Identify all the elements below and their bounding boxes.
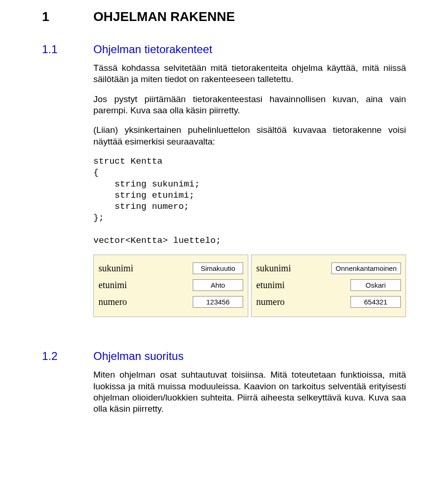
diagram-card-2: sukunimi Onnenkantamoinen etunimi Oskari… (251, 255, 406, 317)
section-1-para-3: (Liian) yksinkertainen puhelinluettelon … (93, 124, 406, 147)
field-label-numero: numero (256, 297, 303, 307)
section-2-number: 1.2 (42, 350, 93, 363)
section-1-para-1: Tässä kohdassa selvitetään mitä tietorak… (93, 62, 406, 85)
diagram: sukunimi Simakuutio etunimi Ahto numero … (93, 255, 406, 317)
field-row: sukunimi Simakuutio (98, 261, 243, 276)
field-row: numero 123456 (98, 294, 243, 309)
chapter-heading: 1 OHJELMAN RAKENNE (42, 9, 406, 24)
field-label-etunimi: etunimi (98, 280, 145, 290)
field-label-numero: numero (98, 297, 145, 307)
field-value-numero: 123456 (193, 296, 243, 308)
section-2-body: Miten ohjelman osat suhtautuvat toisiins… (93, 369, 406, 414)
field-value-numero: 654321 (350, 296, 401, 308)
code-block: struct Kentta { string sukunimi; string … (93, 156, 406, 247)
field-label-etunimi: etunimi (256, 280, 303, 290)
chapter-title: OHJELMAN RAKENNE (93, 9, 235, 24)
field-value-sukunimi: Simakuutio (193, 262, 243, 274)
chapter-number: 1 (42, 9, 93, 24)
section-1-number: 1.1 (42, 43, 93, 56)
section-1-body: Tässä kohdassa selvitetään mitä tietorak… (93, 62, 406, 317)
field-label-sukunimi: sukunimi (98, 263, 145, 274)
field-value-etunimi: Ahto (193, 279, 243, 291)
section-1-para-2: Jos pystyt piirtämään tietorakenteestasi… (93, 94, 406, 117)
field-value-etunimi: Oskari (350, 279, 401, 291)
field-row: etunimi Ahto (98, 277, 243, 292)
document-page: 1 OHJELMAN RAKENNE 1.1 Ohjelman tietorak… (0, 0, 448, 504)
field-row: sukunimi Onnenkantamoinen (256, 261, 401, 276)
section-heading-2: 1.2 Ohjelman suoritus (42, 350, 406, 363)
field-value-sukunimi: Onnenkantamoinen (331, 262, 401, 274)
section-2-para-1: Miten ohjelman osat suhtautuvat toisiins… (93, 369, 406, 414)
field-row: numero 654321 (256, 294, 401, 309)
diagram-card-1: sukunimi Simakuutio etunimi Ahto numero … (93, 255, 248, 317)
section-heading-1: 1.1 Ohjelman tietorakenteet (42, 43, 406, 56)
field-row: etunimi Oskari (256, 277, 401, 292)
section-2-title: Ohjelman suoritus (93, 350, 183, 363)
field-label-sukunimi: sukunimi (256, 263, 303, 274)
section-1-title: Ohjelman tietorakenteet (93, 43, 212, 56)
